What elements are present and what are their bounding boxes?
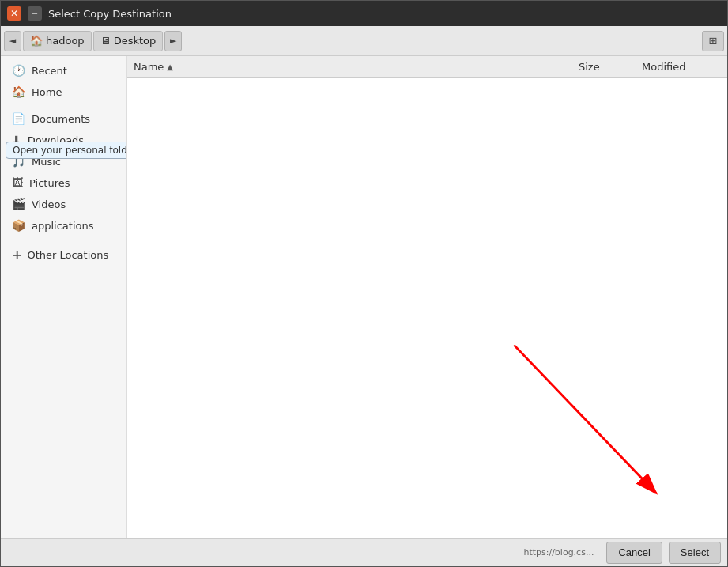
toolbar: ◄ 🏠 hadoop 🖥 Desktop ► ⊞ <box>1 26 727 56</box>
select-button[interactable]: Select <box>669 542 721 564</box>
minimize-button[interactable]: ─ <box>28 6 42 21</box>
sidebar-item-other-locations[interactable]: + Other Locations <box>4 244 123 266</box>
sidebar-item-home[interactable]: 🏠 Home <box>4 81 123 102</box>
column-modified[interactable]: Modified <box>642 61 721 73</box>
documents-icon: 📄 <box>12 112 25 125</box>
tooltip-open-personal-folder: Open your personal folder <box>6 142 127 159</box>
forward-icon: ► <box>170 36 176 46</box>
close-button[interactable]: ✕ <box>7 6 21 21</box>
videos-icon: 🎬 <box>12 198 25 210</box>
cancel-button[interactable]: Cancel <box>606 542 662 564</box>
main-area: Open your personal folder 🕐 Recent 🏠 Hom… <box>1 56 727 538</box>
titlebar: ✕ ─ Select Copy Destination <box>1 1 727 26</box>
sidebar-item-applications[interactable]: 📦 applications <box>4 215 123 236</box>
sort-arrow-icon: ▲ <box>167 62 173 71</box>
recent-icon: 🕐 <box>12 64 25 77</box>
column-size[interactable]: Size <box>579 61 642 73</box>
sidebar-item-pictures[interactable]: 🖼 Pictures <box>4 172 123 193</box>
window: ✕ ─ Select Copy Destination ◄ 🏠 hadoop 🖥… <box>0 0 728 567</box>
applications-icon: 📦 <box>12 219 25 232</box>
forward-button[interactable]: ► <box>164 31 182 51</box>
breadcrumb-hadoop[interactable]: 🏠 hadoop <box>23 31 92 51</box>
back-icon: ◄ <box>9 36 16 46</box>
pictures-icon: 🖼 <box>12 176 23 189</box>
column-headers: Name ▲ Size Modified <box>127 56 727 78</box>
window-title: Select Copy Destination <box>48 8 172 20</box>
breadcrumb-desktop[interactable]: 🖥 Desktop <box>93 31 164 51</box>
sidebar-divider-2 <box>1 236 126 243</box>
home-icon: 🏠 <box>30 35 43 47</box>
other-locations-icon: + <box>12 248 22 263</box>
statusbar: https://blog.cs... Cancel Select <box>1 538 727 566</box>
view-toggle-button[interactable]: ⊞ <box>702 31 724 51</box>
sidebar-item-videos[interactable]: 🎬 Videos <box>4 194 123 214</box>
sidebar-divider <box>1 103 126 108</box>
back-button[interactable]: ◄ <box>4 31 21 51</box>
file-list <box>127 78 727 538</box>
sidebar-item-documents[interactable]: 📄 Documents <box>4 108 123 129</box>
sidebar: Open your personal folder 🕐 Recent 🏠 Hom… <box>1 56 127 538</box>
desktop-icon: 🖥 <box>100 35 111 47</box>
view-icon: ⊞ <box>709 35 718 47</box>
sidebar-item-recent[interactable]: 🕐 Recent <box>4 60 123 81</box>
home-sidebar-icon: 🏠 <box>12 85 25 98</box>
status-url: https://blog.cs... <box>7 547 600 558</box>
file-panel: Name ▲ Size Modified <box>127 56 727 538</box>
column-name[interactable]: Name ▲ <box>134 61 579 73</box>
